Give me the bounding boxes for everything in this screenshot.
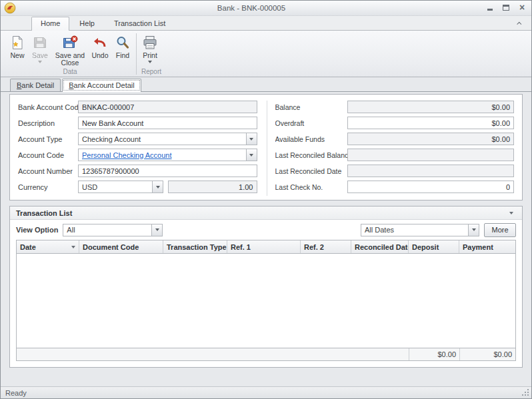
chevron-down-icon[interactable]: [246, 149, 257, 161]
ribbon-collapse-button[interactable]: [514, 19, 525, 28]
transaction-filter-bar: View Option All All Dates More: [10, 220, 522, 240]
field-row-last-reconciled-balance: Last Reconciled Balance: [275, 149, 515, 161]
find-button[interactable]: Find: [111, 33, 134, 68]
detail-tab-bar: Bank Detail Bank Account Detail: [1, 77, 531, 92]
minimize-button[interactable]: [484, 3, 496, 13]
account-code-select[interactable]: Personal Checking Account: [78, 149, 257, 161]
window-controls: ×: [484, 3, 528, 13]
deposit-total: $0.00: [409, 348, 459, 360]
currency-select[interactable]: USD: [78, 181, 163, 193]
date-filter-value: All Dates: [365, 226, 394, 234]
window-title: Bank - BNK-000005: [19, 4, 484, 12]
description-input[interactable]: [78, 117, 257, 129]
save-button[interactable]: Save: [29, 33, 51, 68]
payment-total: $0.00: [459, 348, 515, 360]
ribbon-tab-help[interactable]: Help: [70, 17, 104, 30]
tab-bank-detail[interactable]: Bank Detail: [10, 79, 61, 91]
grid-footer-row: $0.00 $0.00: [17, 348, 515, 360]
chevron-down-icon[interactable]: [468, 224, 479, 236]
currency-rate-field: 1.00: [168, 181, 257, 193]
maximize-button[interactable]: [500, 3, 512, 13]
ribbon-group-data: New Save: [6, 31, 134, 77]
ribbon-tab-bar: Home Help Transaction List: [1, 16, 531, 30]
titlebar: Bank - BNK-000005 ×: [1, 1, 531, 16]
undo-button-label: Undo: [91, 52, 108, 59]
ribbon-tab-home[interactable]: Home: [31, 17, 69, 31]
overdraft-input[interactable]: [347, 117, 515, 129]
tab-bank-account-detail[interactable]: Bank Account Detail: [62, 79, 141, 92]
bank-account-code-label: Bank Account Code: [18, 103, 78, 111]
minimize-icon: [487, 9, 493, 11]
new-button-label: New: [10, 52, 24, 59]
chevron-down-icon: [509, 212, 513, 214]
column-header-deposit[interactable]: Deposit: [409, 240, 459, 253]
print-button[interactable]: Print: [139, 33, 161, 68]
save-and-close-button[interactable]: Save and Close: [51, 33, 89, 68]
column-header-ref-2[interactable]: Ref. 2: [301, 240, 351, 253]
chevron-down-icon[interactable]: [151, 224, 162, 236]
column-filter-button[interactable]: [69, 246, 75, 248]
chevron-down-icon[interactable]: [246, 133, 257, 145]
app-window: Bank - BNK-000005 × Home Help Transactio…: [0, 0, 532, 399]
undo-arrow-icon: [92, 35, 108, 51]
account-type-select[interactable]: Checking Account: [78, 133, 257, 145]
close-button[interactable]: ×: [516, 3, 528, 13]
column-header-reconciled-date[interactable]: Reconciled Date: [351, 240, 409, 253]
collapse-panel-button[interactable]: [507, 212, 516, 214]
available-funds-field: $0.00: [347, 133, 515, 145]
account-code-link[interactable]: Personal Checking Account: [82, 151, 172, 159]
balance-label: Balance: [275, 103, 347, 111]
printer-icon: [142, 35, 158, 51]
more-button-label: More: [491, 226, 508, 234]
transaction-list-header[interactable]: Transaction List: [10, 206, 522, 220]
chevron-down-icon: [38, 61, 42, 63]
view-option-value: All: [67, 226, 75, 234]
new-document-icon: [9, 35, 25, 51]
last-check-no-input[interactable]: [347, 181, 515, 193]
grid-header-row: Date Document Code Transaction Type Ref.…: [17, 240, 515, 254]
column-header-payment[interactable]: Payment: [459, 240, 515, 253]
print-button-label: Print: [143, 52, 157, 59]
tab-bank-account-detail-label: Bank Account Detail: [69, 81, 134, 89]
status-bar: Ready: [1, 386, 531, 398]
column-header-date[interactable]: Date: [17, 240, 79, 253]
grid-body[interactable]: [17, 254, 515, 348]
account-type-value: Checking Account: [82, 135, 141, 143]
tab-bank-detail-label: Bank Detail: [17, 81, 54, 89]
resize-grip[interactable]: [527, 394, 529, 396]
column-header-document-code[interactable]: Document Code: [79, 240, 163, 253]
field-row-account-type: Account Type Checking Account: [18, 133, 257, 145]
chevron-down-icon[interactable]: [152, 181, 163, 193]
field-row-available-funds: Available Funds $0.00: [275, 133, 515, 145]
balance-field: $0.00: [347, 101, 515, 113]
ribbon: New Save: [1, 30, 531, 77]
date-filter-select[interactable]: All Dates: [361, 224, 479, 236]
filter-arrow-icon: [71, 246, 75, 248]
account-type-label: Account Type: [18, 135, 78, 143]
description-label: Description: [18, 119, 78, 127]
maximize-icon: [503, 5, 509, 11]
last-reconciled-date-label: Last Reconciled Date: [275, 167, 347, 175]
more-button[interactable]: More: [484, 223, 516, 237]
transaction-grid: Date Document Code Transaction Type Ref.…: [16, 240, 516, 361]
view-option-select[interactable]: All: [63, 224, 163, 236]
account-number-label: Account Number: [18, 167, 78, 175]
field-row-balance: Balance $0.00: [275, 101, 515, 113]
account-number-input[interactable]: [78, 165, 257, 177]
field-row-bank-account-code: Bank Account Code BNKAC-000007: [18, 101, 257, 113]
undo-button[interactable]: Undo: [89, 33, 111, 68]
ribbon-tab-transaction-list[interactable]: Transaction List: [105, 17, 175, 30]
last-reconciled-date-field: [347, 165, 515, 177]
field-row-description: Description: [18, 117, 257, 129]
chevron-up-icon: [517, 21, 521, 26]
new-button[interactable]: New: [6, 33, 29, 68]
transaction-list-panel: Transaction List View Option All All Dat…: [9, 206, 523, 368]
save-and-close-button-label: Save and Close: [53, 52, 87, 67]
bank-account-form: Bank Account Code BNKAC-000007 Descripti…: [9, 94, 523, 200]
currency-label: Currency: [18, 183, 78, 191]
column-header-ref-1[interactable]: Ref. 1: [227, 240, 301, 253]
last-reconciled-balance-field: [347, 149, 515, 161]
content-area: Bank Account Code BNKAC-000007 Descripti…: [1, 92, 531, 386]
column-header-transaction-type[interactable]: Transaction Type: [163, 240, 227, 253]
form-right-column: Balance $0.00 Overdraft Available Funds …: [267, 101, 515, 196]
